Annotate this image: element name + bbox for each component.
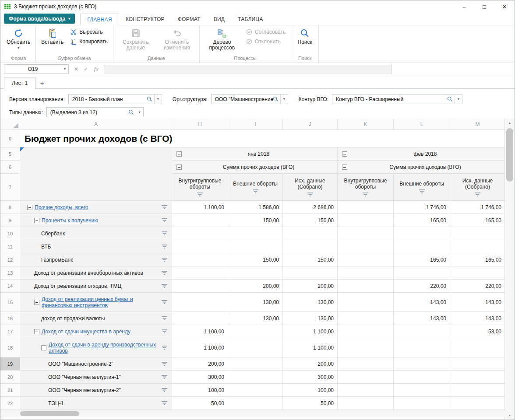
cell-J19[interactable]: 200,00 bbox=[283, 357, 338, 371]
cell-M22[interactable] bbox=[450, 397, 505, 410]
cell-K17[interactable] bbox=[338, 325, 394, 338]
cell-K13[interactable] bbox=[338, 266, 394, 280]
cell-M21[interactable] bbox=[450, 384, 505, 397]
row-header-18[interactable]: 18 bbox=[0, 338, 20, 357]
column-header-A[interactable]: A bbox=[20, 119, 172, 130]
cell-L18[interactable] bbox=[394, 338, 450, 357]
cell-K9[interactable] bbox=[338, 214, 394, 227]
save-button[interactable]: Сохранить данные bbox=[116, 26, 156, 51]
cell-H16[interactable] bbox=[172, 312, 228, 325]
scroll-up-icon[interactable]: ▲ bbox=[505, 119, 515, 127]
vertical-scroll-thumb[interactable] bbox=[506, 128, 513, 182]
tab-format[interactable]: ФОРМАТ bbox=[171, 13, 207, 25]
filter-icon[interactable] bbox=[162, 300, 167, 304]
cell-I15[interactable]: 130,00 bbox=[228, 293, 283, 312]
row-header-12[interactable]: 12 bbox=[0, 253, 20, 266]
cell-I8[interactable]: 1 586,00 bbox=[228, 201, 283, 214]
search-button[interactable]: Поиск bbox=[293, 26, 316, 46]
filter-icon[interactable] bbox=[162, 218, 167, 222]
refresh-button[interactable]: Обновить▾ bbox=[4, 26, 33, 50]
filter-icon[interactable] bbox=[162, 205, 167, 209]
cell-M9[interactable]: 165,00 bbox=[450, 214, 505, 227]
cell-H17[interactable]: 1 100,00 bbox=[172, 325, 228, 338]
cell-L14[interactable]: 220,00 bbox=[394, 280, 450, 293]
filter-icon[interactable] bbox=[162, 316, 167, 320]
cell-I21[interactable] bbox=[228, 384, 283, 397]
row-header-7[interactable]: 7 bbox=[0, 174, 20, 201]
row-label-cell[interactable]: Прочие доходы, всего bbox=[20, 201, 172, 214]
collapse-icon[interactable] bbox=[34, 300, 39, 305]
cell-K11[interactable] bbox=[338, 240, 394, 253]
minimize-icon[interactable]: – bbox=[454, 0, 474, 13]
filter-icon[interactable] bbox=[253, 189, 258, 193]
cell-L13[interactable] bbox=[394, 266, 450, 280]
cell-L12[interactable]: 165,00 bbox=[394, 253, 450, 266]
cell-K22[interactable] bbox=[338, 397, 394, 410]
filter-icon[interactable] bbox=[162, 271, 167, 275]
row-header-19[interactable]: 19 bbox=[0, 357, 20, 371]
row-header-5[interactable]: 5 bbox=[0, 147, 20, 161]
cut-button[interactable]: Вырезать bbox=[67, 28, 111, 36]
cell-J15[interactable]: 130,00 bbox=[283, 293, 338, 312]
cell-H20[interactable]: 300,00 bbox=[172, 371, 228, 384]
cell-I18[interactable] bbox=[228, 338, 283, 357]
cell-J18[interactable]: 1 100,00 bbox=[283, 338, 338, 357]
tab-table[interactable]: ТАБЛИЦА bbox=[231, 13, 270, 25]
cell-M14[interactable]: 220,00 bbox=[450, 280, 505, 293]
collapse-icon[interactable] bbox=[342, 164, 347, 170]
tab-home[interactable]: ГЛАВНАЯ bbox=[80, 14, 119, 25]
cell-H22[interactable]: 50,00 bbox=[172, 397, 228, 410]
row-label-cell[interactable]: Проценты к получению bbox=[20, 214, 172, 227]
row-label-cell[interactable]: Доход от сдачи в аренду производственных… bbox=[20, 338, 172, 357]
row-header-14[interactable]: 14 bbox=[0, 280, 20, 293]
row-label-cell[interactable]: ООО "Машиностроение-2" bbox=[20, 357, 172, 371]
cell-J22[interactable]: 50,00 bbox=[283, 397, 338, 410]
cell-H14[interactable] bbox=[172, 280, 228, 293]
cell-I16[interactable]: 130,00 bbox=[228, 312, 283, 325]
measure-header[interactable]: Сумма прочих доходов (ВГО) bbox=[172, 161, 338, 174]
sheet-tab[interactable]: Лист 1 bbox=[4, 77, 35, 89]
search-icon[interactable] bbox=[128, 109, 136, 115]
cell-I9[interactable]: 150,00 bbox=[228, 214, 283, 227]
cell-I11[interactable] bbox=[228, 240, 283, 253]
cell-K15[interactable] bbox=[338, 293, 394, 312]
row-header-0[interactable]: 0 bbox=[0, 130, 20, 147]
row-label-cell[interactable]: Сбербанк bbox=[20, 227, 172, 240]
cell-H11[interactable] bbox=[172, 240, 228, 253]
collapse-icon[interactable] bbox=[27, 205, 32, 210]
cell-L10[interactable] bbox=[394, 227, 450, 240]
insert-function-icon[interactable]: ƒx bbox=[93, 66, 99, 72]
filter-icon[interactable] bbox=[162, 284, 167, 288]
filter-icon[interactable] bbox=[197, 192, 203, 196]
formula-input[interactable] bbox=[104, 65, 392, 74]
search-icon[interactable] bbox=[147, 96, 154, 102]
scroll-down-icon[interactable]: ▼ bbox=[505, 411, 515, 420]
measure-header[interactable]: Сумма прочих доходов (ВГО) bbox=[338, 161, 505, 174]
cell-K21[interactable] bbox=[338, 384, 394, 397]
filter-icon[interactable] bbox=[162, 329, 167, 333]
collapse-icon[interactable] bbox=[41, 345, 46, 350]
vertical-scrollbar[interactable]: ▲ ▼ bbox=[504, 119, 515, 420]
cell-J13[interactable] bbox=[283, 266, 338, 280]
cell-K18[interactable] bbox=[338, 338, 394, 357]
horizontal-scrollbar[interactable] bbox=[0, 410, 505, 417]
cell-J16[interactable]: 130,00 bbox=[283, 312, 338, 325]
filter-types-input[interactable]: (Выделено 3 из 12)▾ bbox=[46, 107, 144, 117]
row-header-6[interactable]: 6 bbox=[0, 161, 20, 174]
cell-reference-box[interactable]: O19 ▾ bbox=[4, 64, 69, 74]
cell-J10[interactable] bbox=[283, 227, 338, 240]
confirm-formula-icon[interactable]: ✓ bbox=[84, 66, 88, 72]
cell-I22[interactable] bbox=[228, 397, 283, 410]
row-header-8[interactable]: 8 bbox=[0, 201, 20, 214]
cell-M15[interactable]: 143,00 bbox=[450, 293, 505, 312]
chevron-down-icon[interactable]: ▾ bbox=[136, 108, 143, 117]
chevron-down-icon[interactable]: ▾ bbox=[154, 94, 162, 104]
collapse-icon[interactable] bbox=[342, 151, 347, 157]
copy-button[interactable]: Копировать bbox=[67, 38, 111, 46]
cell-I10[interactable] bbox=[228, 227, 283, 240]
cell-K19[interactable] bbox=[338, 357, 394, 371]
collapse-icon[interactable] bbox=[176, 151, 182, 157]
cell-H9[interactable] bbox=[172, 214, 228, 227]
cell-M13[interactable] bbox=[450, 266, 505, 280]
row-label-cell[interactable]: Доход от реализации отходов, ТМЦ bbox=[20, 280, 172, 293]
